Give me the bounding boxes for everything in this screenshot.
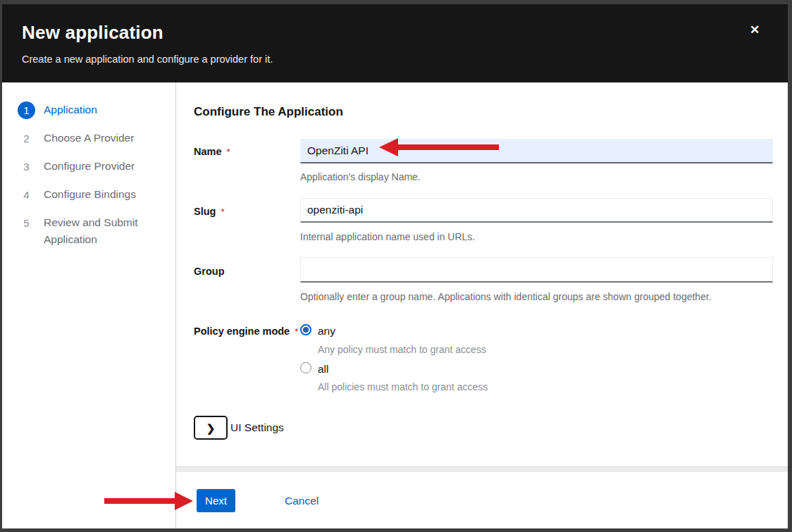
wizard-step-content: Configure The Application Name* Applicat…	[176, 82, 788, 528]
screen: { "modal": { "title": "New application",…	[0, 0, 792, 532]
modal-subtitle: Create a new application and configure a…	[22, 54, 768, 66]
name-label: Name*	[194, 146, 230, 157]
sidebar-step-review-submit[interactable]: 5 Review and Submit Application	[18, 214, 154, 248]
page-title: New application	[22, 23, 768, 42]
policy-any-label[interactable]: any	[318, 325, 335, 338]
step-label: Review and Submit Application	[44, 214, 149, 248]
required-asterisk: *	[227, 147, 230, 157]
step-label: Configure Provider	[44, 158, 135, 175]
new-application-modal: New application Create a new application…	[2, 4, 788, 528]
policy-all-label[interactable]: all	[318, 363, 329, 376]
step-number: 5	[18, 214, 35, 232]
policy-all-radio[interactable]	[300, 362, 311, 373]
policy-any-helper: Any policy must match to grant access	[318, 344, 486, 355]
step-label: Configure Bindings	[44, 186, 136, 204]
policy-any-radio[interactable]	[300, 324, 311, 335]
wizard-nav: 1 Application 2 Choose A Provider 3 Conf…	[2, 82, 176, 528]
modal-body: 1 Application 2 Choose A Provider 3 Conf…	[2, 82, 788, 528]
group-helper-text: Optionally enter a group name. Applicati…	[300, 291, 712, 303]
sidebar-step-configure-bindings[interactable]: 4 Configure Bindings	[18, 186, 154, 204]
close-icon: ✕	[750, 23, 760, 37]
slug-label: Slug*	[194, 206, 224, 217]
step-number: 2	[18, 130, 35, 147]
cancel-link[interactable]: Cancel	[285, 489, 318, 512]
sidebar-step-configure-provider[interactable]: 3 Configure Provider	[18, 158, 154, 175]
next-button[interactable]: Next	[197, 489, 235, 512]
policy-all-helper: All policies must match to grant access	[318, 381, 488, 392]
section-heading: Configure The Application	[194, 105, 343, 119]
ui-settings-expand-button[interactable]: ❯	[194, 416, 228, 440]
policy-engine-mode-label: Policy engine mode*	[194, 326, 298, 337]
step-number: 4	[18, 186, 35, 204]
name-input[interactable]	[300, 139, 773, 163]
close-button[interactable]: ✕	[747, 23, 762, 38]
group-input[interactable]	[300, 257, 773, 283]
slug-input[interactable]	[300, 198, 773, 223]
ui-settings-label: UI Settings	[230, 421, 284, 434]
footer-separator	[176, 466, 788, 472]
slug-helper-text: Internal application name used in URLs.	[300, 231, 475, 243]
name-helper-text: Application's display Name.	[300, 171, 421, 183]
sidebar-step-choose-provider[interactable]: 2 Choose A Provider	[18, 130, 154, 147]
step-number: 3	[18, 158, 35, 175]
modal-header: New application Create a new application…	[2, 4, 788, 82]
step-label: Choose A Provider	[44, 130, 134, 147]
required-asterisk: *	[221, 206, 224, 217]
sidebar-step-application[interactable]: 1 Application	[18, 101, 154, 119]
chevron-right-icon: ❯	[206, 422, 216, 434]
step-number: 1	[18, 101, 35, 119]
group-label: Group	[194, 266, 225, 277]
required-asterisk: *	[295, 326, 298, 337]
step-label: Application	[44, 101, 97, 119]
